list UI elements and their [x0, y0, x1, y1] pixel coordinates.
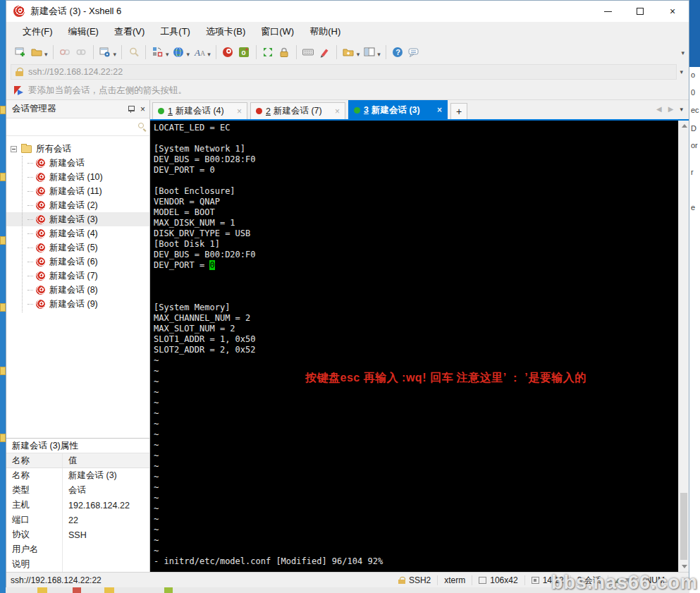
new-folder-icon[interactable]: [341, 44, 356, 59]
menu-item[interactable]: 帮助(H): [302, 23, 348, 41]
session-item[interactable]: 新建会话 (8): [6, 283, 149, 297]
terminal-scrollbar[interactable]: [678, 121, 689, 572]
property-row[interactable]: 协议SSH: [6, 527, 149, 542]
terminal-output[interactable]: LOCATE_LED = EC[System Network 1]DEV_BUS…: [150, 121, 678, 572]
properties-dropdown-icon[interactable]: ▾: [113, 51, 117, 58]
session-search-input[interactable]: [6, 118, 149, 136]
property-row[interactable]: 名称新建会话 (3): [6, 468, 149, 483]
terminal-line: ~: [154, 408, 678, 419]
session-item[interactable]: 新建会话 (5): [6, 240, 149, 255]
font-icon[interactable]: AA: [192, 44, 207, 59]
session-item[interactable]: 新建会话 (9): [6, 297, 149, 311]
menu-item[interactable]: 窗口(W): [253, 23, 302, 41]
session-tab[interactable]: 3新建会话 (3)×: [348, 100, 448, 119]
disconnect-icon[interactable]: [58, 44, 73, 59]
session-item[interactable]: 新建会话 (3): [6, 212, 149, 226]
xftp-icon[interactable]: o: [237, 44, 252, 59]
tab-close-icon[interactable]: ×: [234, 106, 242, 116]
terminal-line: ~: [154, 355, 678, 366]
tab-close-icon[interactable]: ×: [434, 105, 442, 115]
help-icon[interactable]: ?: [391, 44, 405, 59]
new-session-icon[interactable]: [13, 44, 27, 59]
open-dropdown-icon[interactable]: ▾: [44, 51, 48, 58]
address-input[interactable]: ssh://192.168.124.22:22: [11, 64, 677, 80]
session-properties-icon[interactable]: [98, 44, 113, 59]
tile-dropdown-icon[interactable]: ▾: [377, 51, 381, 58]
pin-icon[interactable]: [128, 105, 135, 113]
address-bar: ssh://192.168.124.22:22 ▾: [6, 63, 689, 81]
menu-item[interactable]: 查看(V): [106, 23, 152, 41]
menu-item[interactable]: 文件(F): [15, 23, 61, 41]
terminal-line: SLOT1_ADDR = 1, 0x50: [154, 334, 678, 345]
property-row[interactable]: 说明: [6, 557, 149, 572]
menu-item[interactable]: 选项卡(B): [198, 23, 253, 41]
session-label: 新建会话: [49, 157, 85, 169]
session-tab[interactable]: 2新建会话 (7)×: [250, 102, 345, 119]
web-dropdown-icon[interactable]: ▾: [187, 51, 190, 58]
terminal-line: ~: [154, 493, 678, 503]
layout-dropdown-icon[interactable]: ▾: [166, 51, 169, 58]
menu-item[interactable]: 编辑(E): [61, 23, 106, 41]
maximize-button[interactable]: [624, 1, 656, 22]
session-item[interactable]: 新建会话 (2): [6, 198, 149, 212]
sessions-root-node[interactable]: 所有会话: [6, 142, 149, 156]
session-item[interactable]: 新建会话 (11): [6, 184, 149, 198]
new-folder-dropdown-icon[interactable]: ▾: [357, 51, 360, 58]
title-bar[interactable]: 新建会话 (3) - Xshell 6 ×: [6, 1, 689, 22]
terminal-line: DISK_DRV_TYPE = USB: [154, 228, 678, 239]
session-shell-icon: [36, 229, 45, 238]
scroll-down-icon[interactable]: [679, 561, 689, 572]
session-item[interactable]: 新建会话 (10): [6, 170, 149, 184]
property-row[interactable]: 主机192.168.124.22: [6, 498, 149, 513]
menu-item[interactable]: 工具(T): [152, 23, 198, 41]
property-name: 类型: [6, 483, 63, 498]
tab-close-icon[interactable]: ×: [332, 106, 340, 116]
search-icon: [138, 123, 144, 128]
new-tab-button[interactable]: +: [450, 103, 467, 119]
column-value: 值: [63, 455, 149, 467]
session-item[interactable]: 新建会话: [6, 156, 149, 170]
session-item[interactable]: 新建会话 (6): [6, 255, 149, 269]
message-balloon-icon[interactable]: [407, 44, 422, 59]
reconnect-icon[interactable]: [74, 44, 89, 59]
scroll-up-icon[interactable]: [679, 121, 689, 131]
property-row[interactable]: 类型会话: [6, 483, 149, 498]
fullscreen-icon[interactable]: [261, 44, 276, 59]
terminal-line: ~: [154, 514, 678, 525]
open-folder-icon[interactable]: [29, 44, 44, 59]
terminal-line: ~: [154, 546, 678, 556]
panel-close-icon[interactable]: ×: [140, 105, 145, 114]
tab-scroll-right-icon[interactable]: ▶: [668, 105, 674, 113]
session-shell-icon: [36, 173, 45, 182]
session-tab[interactable]: 1新建会话 (4)×: [152, 102, 247, 119]
xshell-app-icon: [13, 6, 25, 17]
property-row[interactable]: 用户名: [6, 542, 149, 557]
status-connection: ssh://192.168.124.22:22: [11, 575, 102, 585]
property-value: 22: [63, 515, 149, 525]
xshell-icon[interactable]: [221, 44, 235, 59]
tile-layout-icon[interactable]: [362, 44, 376, 59]
lock-icon[interactable]: [277, 44, 292, 59]
highlight-pen-icon[interactable]: [317, 44, 332, 59]
font-dropdown-icon[interactable]: ▾: [207, 51, 211, 58]
find-icon[interactable]: [126, 44, 141, 59]
property-row[interactable]: 端口22: [6, 513, 149, 527]
svg-text:A: A: [200, 49, 206, 57]
keyboard-icon[interactable]: [301, 44, 316, 59]
scrollbar-thumb[interactable]: [680, 493, 687, 560]
tab-scroll-left-icon[interactable]: ◀: [656, 105, 662, 113]
web-icon[interactable]: [171, 44, 186, 59]
terminal-line: ~: [154, 535, 678, 546]
terminal-line: DEV_BUS = B00:D28:F0: [154, 154, 678, 165]
tab-list-dropdown-icon[interactable]: ▾: [680, 106, 683, 113]
session-item[interactable]: 新建会话 (4): [6, 226, 149, 240]
terminal-line: [154, 292, 678, 302]
close-button[interactable]: ×: [656, 1, 689, 22]
layout-icon[interactable]: [150, 44, 165, 59]
minimize-button[interactable]: [591, 1, 624, 22]
collapse-icon[interactable]: [11, 146, 17, 152]
session-item[interactable]: 新建会话 (7): [6, 269, 149, 283]
session-label: 新建会话 (9): [49, 298, 98, 310]
address-dropdown-icon[interactable]: ▾: [677, 68, 686, 75]
toolbar-overflow-icon[interactable]: ▾: [681, 49, 684, 56]
